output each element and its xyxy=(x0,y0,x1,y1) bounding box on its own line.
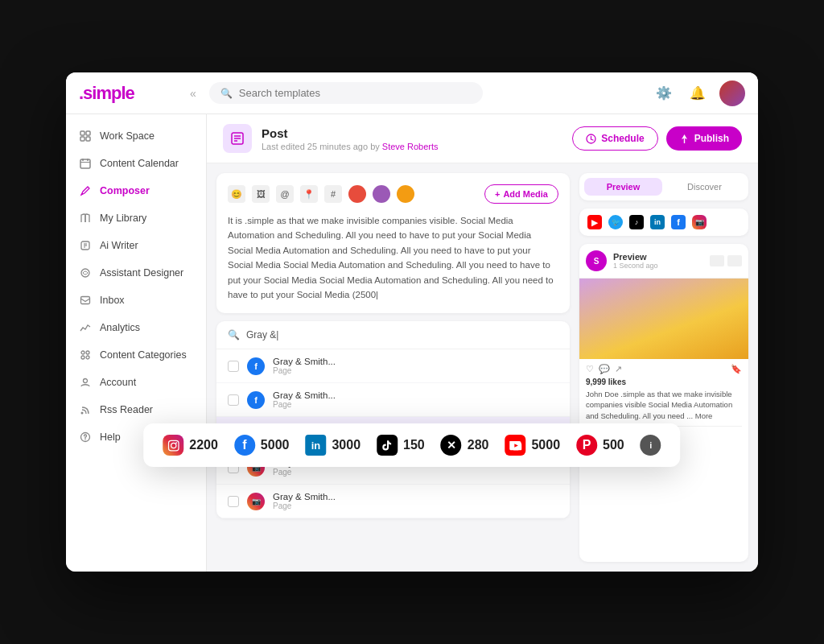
svg-rect-2 xyxy=(80,137,84,141)
youtube-icon[interactable]: ▶ xyxy=(587,215,602,229)
svg-point-30 xyxy=(171,443,175,448)
app-window: .simple « 🔍 ⚙️ 🔔 xyxy=(66,72,758,572)
avatar[interactable] xyxy=(719,80,745,106)
svg-point-20 xyxy=(81,412,84,415)
sidebar-item-workspace[interactable]: Work Space xyxy=(66,122,206,150)
sidebar-item-analytics[interactable]: Analytics xyxy=(66,314,206,341)
toolbar-row: 😊 🖼 @ 📍 # + Add Media xyxy=(228,184,558,204)
composer-icon xyxy=(79,184,92,197)
sidebar-item-ai-writer[interactable]: Ai Writer xyxy=(66,232,206,259)
account-type-1: Page xyxy=(273,400,336,409)
sidebar-item-content-categories[interactable]: Content Categories xyxy=(66,341,206,369)
toolbar-color-red[interactable] xyxy=(348,185,366,203)
account-checkbox-1[interactable] xyxy=(228,394,239,406)
accounts-search-input[interactable] xyxy=(246,329,558,341)
app-logo: .simple xyxy=(79,83,183,104)
publish-button[interactable]: Publish xyxy=(666,126,742,151)
accounts-search-icon: 🔍 xyxy=(228,329,240,341)
calendar-icon xyxy=(79,157,92,170)
accounts-section: 🔍 f Gray & Smith... Page xyxy=(216,321,570,518)
account-item-0[interactable]: f Gray & Smith... Page xyxy=(216,349,570,383)
share-icon[interactable]: ↗ xyxy=(615,364,622,374)
preview-profile-time: 1 Second ago xyxy=(613,262,658,270)
toolbar-location[interactable]: 📍 xyxy=(300,185,318,203)
account-avatar-4: 📷 xyxy=(247,493,265,510)
toolbar-color-purple[interactable] xyxy=(373,185,390,203)
sidebar-item-rss-reader[interactable]: Rss Reader xyxy=(66,396,206,423)
preview-actions-row: ♡ 💬 ↗ 🔖 xyxy=(586,364,742,374)
schedule-button[interactable]: Schedule xyxy=(572,126,657,151)
add-media-plus: + xyxy=(495,189,500,199)
post-actions: Schedule Publish xyxy=(572,126,742,151)
tab-discover[interactable]: Discover xyxy=(665,178,744,196)
account-checkbox-4[interactable] xyxy=(228,496,239,507)
social-icons-row: ▶ 🐦 ♪ in f 📷 xyxy=(579,208,748,236)
add-media-button[interactable]: + Add Media xyxy=(484,184,558,204)
sidebar-label-account: Account xyxy=(100,377,136,388)
toolbar-color-orange[interactable] xyxy=(397,185,414,203)
post-author-link[interactable]: Steve Roberts xyxy=(382,142,439,151)
facebook-icon[interactable]: f xyxy=(671,215,686,229)
sidebar-label-help: Help xyxy=(100,431,121,443)
sidebar-label-categories: Content Categories xyxy=(100,349,187,361)
sidebar-item-account[interactable]: Account xyxy=(66,369,206,396)
linkedin-icon[interactable]: in xyxy=(650,215,665,229)
linkedin-stat-count: 3000 xyxy=(332,438,360,452)
account-item-1[interactable]: f Gray & Smith... Page xyxy=(216,383,570,417)
ai-icon xyxy=(79,239,92,252)
sidebar-item-assistant-designer[interactable]: Assistant Designer xyxy=(66,259,206,287)
tiktok-icon[interactable]: ♪ xyxy=(629,215,644,229)
sidebar-label-composer: Composer xyxy=(100,185,150,196)
sidebar-label-calendar: Content Calendar xyxy=(100,158,179,169)
sidebar-label-ai-writer: Ai Writer xyxy=(100,240,138,251)
toolbar-mention[interactable]: @ xyxy=(276,185,294,203)
preview-profile-logo: S xyxy=(586,250,607,271)
help-icon xyxy=(79,431,92,444)
x-stat-icon: ✕ xyxy=(441,435,462,456)
main-layout: Work Space Content Calendar xyxy=(66,114,758,572)
toolbar-hash[interactable]: # xyxy=(324,185,342,203)
preview-share-icon[interactable] xyxy=(727,255,742,266)
instagram-icon[interactable]: 📷 xyxy=(692,215,707,229)
top-bar: .simple « 🔍 ⚙️ 🔔 xyxy=(66,72,758,114)
svg-point-16 xyxy=(86,351,89,354)
toolbar-emoji[interactable]: 😊 xyxy=(228,185,245,203)
preview-expand-icon[interactable] xyxy=(710,255,724,266)
sidebar-label-rss: Rss Reader xyxy=(100,404,153,415)
settings-icon[interactable]: ⚙️ xyxy=(652,81,676,105)
notifications-icon[interactable]: 🔔 xyxy=(686,81,710,105)
stat-linkedin: in 3000 xyxy=(305,435,360,456)
info-stat-icon[interactable]: i xyxy=(641,435,661,456)
facebook-stat-count: 5000 xyxy=(261,438,290,452)
content-area: Post Last edited 25 minutes ago by Steve… xyxy=(207,114,758,572)
post-info: Post Last edited 25 minutes ago by Steve… xyxy=(223,124,439,153)
account-checkbox-0[interactable] xyxy=(228,361,239,372)
top-bar-actions: ⚙️ 🔔 xyxy=(652,80,745,106)
account-name-4: Gray & Smith... xyxy=(273,492,336,502)
linkedin-stat-icon: in xyxy=(305,435,326,456)
account-avatar-1: f xyxy=(247,391,265,409)
sidebar-item-composer[interactable]: Composer xyxy=(66,177,206,204)
inbox-icon xyxy=(79,294,92,307)
heart-icon[interactable]: ♡ xyxy=(586,364,594,374)
stat-instagram: 2200 xyxy=(163,435,218,456)
pinterest-stat-count: 500 xyxy=(603,438,624,452)
sidebar-item-inbox[interactable]: Inbox xyxy=(66,287,206,314)
collapse-btn[interactable]: « xyxy=(190,87,196,100)
sidebar-item-my-library[interactable]: My Library xyxy=(66,204,206,232)
tiktok-stat-count: 150 xyxy=(403,438,425,452)
svg-rect-14 xyxy=(81,297,90,304)
account-item-4[interactable]: 📷 Gray & Smith... Page xyxy=(216,485,570,518)
toolbar-image[interactable]: 🖼 xyxy=(252,185,270,203)
youtube-stat-count: 5000 xyxy=(531,438,560,452)
editor-text[interactable]: It is .simple as that we make invisible … xyxy=(228,213,558,302)
analytics-icon xyxy=(79,321,92,334)
tab-preview[interactable]: Preview xyxy=(584,178,662,196)
bookmark-icon[interactable]: 🔖 xyxy=(731,364,742,374)
sidebar-item-content-calendar[interactable]: Content Calendar xyxy=(66,150,206,177)
twitter-icon[interactable]: 🐦 xyxy=(608,215,623,229)
post-header: Post Last edited 25 minutes ago by Steve… xyxy=(207,114,758,163)
search-input[interactable] xyxy=(239,87,472,99)
post-icon xyxy=(223,124,252,153)
comment-icon[interactable]: 💬 xyxy=(599,364,610,374)
